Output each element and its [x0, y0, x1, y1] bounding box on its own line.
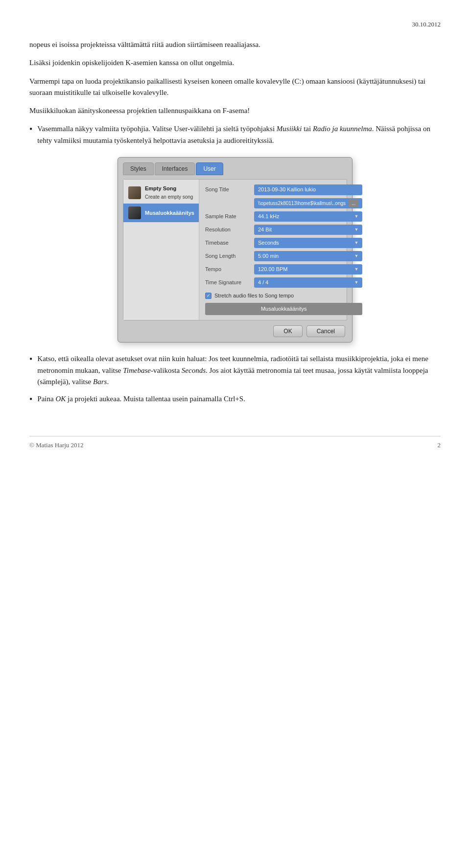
label-samplerate: Sample Rate [205, 212, 254, 221]
value-tempo[interactable]: 120.00 BPM ▼ [254, 264, 362, 274]
label-resolution: Resolution [205, 226, 254, 234]
checkbox-label-stretch: Stretch audio files to Song tempo [214, 292, 294, 300]
bullet-dot-3: • [29, 393, 32, 407]
chevron-resolution: ▼ [354, 227, 358, 233]
template-empty-song[interactable]: Empty Song Create an empty song [123, 182, 199, 204]
field-row-resolution: Resolution 24 Bit ▼ [205, 225, 362, 235]
template-musaluokka[interactable]: Musaluokkaäänitys [123, 204, 199, 222]
ok-button[interactable]: OK [273, 325, 302, 337]
template-title-musaluokka: Musaluokkaäänitys [145, 209, 194, 217]
field-row-samplerate: Sample Rate 44.1 kHz ▼ [205, 211, 362, 222]
value-timesig[interactable]: 4 / 4 ▼ [254, 277, 362, 288]
chevron-timebase: ▼ [354, 240, 358, 247]
bullet-dot-1: • [29, 123, 32, 137]
footer-copyright: © Matias Harju 2012 [29, 440, 84, 450]
chevron-timesig: ▼ [354, 279, 358, 286]
bullet-text-3: Paina OK ja projekti aukeaa. Muista tall… [37, 393, 441, 405]
label-songlength: Song Length [205, 252, 254, 260]
template-bottom-name: Musaluokkaäänitys [205, 303, 362, 315]
footer: © Matias Harju 2012 2 [29, 436, 441, 450]
checkbox-stretch[interactable]: ✓ [205, 293, 212, 299]
field-row-timebase: Timebase Seconds ▼ [205, 238, 362, 248]
samplerate-text: 44.1 kHz [258, 212, 279, 221]
bullet-item-3: • Paina OK ja projekti aukeaa. Muista ta… [29, 393, 441, 407]
bullet-text-1: Vasemmalla näkyy valmiita työpohjia. Val… [37, 123, 441, 146]
label-timesig: Time Signature [205, 278, 254, 287]
field-row-songlength: Song Length 5:00 min ▼ [205, 251, 362, 261]
timebase-text: Seconds [258, 239, 279, 247]
dialog-inner: Empty Song Create an empty song Musaluok… [123, 179, 347, 320]
footer-page: 2 [438, 440, 441, 450]
cancel-button[interactable]: Cancel [306, 325, 345, 337]
bullet-item-2: • Katso, että oikealla olevat asetukset … [29, 353, 441, 388]
value-resolution[interactable]: 24 Bit ▼ [254, 225, 362, 235]
songtitle-text: 2013-09-30 Kallion lukio [258, 185, 316, 194]
label-songtitle: Song Title [205, 185, 254, 194]
dialog-box: Styles Interfaces User Empty Song Create… [118, 157, 352, 343]
paragraph-1: nopeus ei isoissa projekteissa välttämät… [29, 39, 441, 50]
chevron-songlength: ▼ [354, 253, 358, 260]
tabs-row: Styles Interfaces User [123, 162, 347, 176]
paragraph-4: Musiikkiluokan äänityskoneessa projektie… [29, 105, 441, 116]
template-text-empty: Empty Song Create an empty song [145, 184, 193, 201]
field-row-tempo: Tempo 120.00 BPM ▼ [205, 264, 362, 274]
value-samplerate[interactable]: 44.1 kHz ▼ [254, 211, 362, 222]
date-text: 30.10.2012 [412, 21, 441, 28]
chevron-tempo: ▼ [354, 266, 358, 273]
timesig-text: 4 / 4 [258, 278, 268, 287]
template-icon-musaluokka [128, 206, 141, 219]
browse-button[interactable]: ... [349, 199, 358, 208]
bullet-text-2: Katso, että oikealla olevat asetukset ov… [37, 353, 441, 388]
checkbox-row-stretch: ✓ Stretch audio files to Song tempo [205, 292, 362, 300]
value-songtitle[interactable]: 2013-09-30 Kallion lukio [254, 184, 362, 195]
bullet-dot-2: • [29, 353, 32, 366]
value-timebase[interactable]: Seconds ▼ [254, 238, 362, 248]
right-panel: Song Title 2013-09-30 Kallion lukio \\op… [199, 180, 368, 320]
tab-user[interactable]: User [196, 162, 223, 176]
template-icon-empty [128, 186, 141, 199]
left-panel: Empty Song Create an empty song Musaluok… [123, 180, 199, 320]
tab-styles[interactable]: Styles [123, 162, 154, 176]
songlength-text: 5:00 min [258, 252, 279, 260]
value-path[interactable]: \\opetuss2k80113\home$\kallmus\..ongs ..… [254, 198, 362, 209]
field-row-timesig: Time Signature 4 / 4 ▼ [205, 277, 362, 288]
resolution-text: 24 Bit [258, 226, 272, 234]
screenshot-container: Styles Interfaces User Empty Song Create… [29, 157, 441, 343]
template-subtitle-empty: Create an empty song [145, 193, 193, 201]
dialog-buttons: OK Cancel [123, 325, 347, 337]
value-songlength[interactable]: 5:00 min ▼ [254, 251, 362, 261]
field-row-path: \\opetuss2k80113\home$\kallmus\..ongs ..… [205, 198, 362, 209]
label-timebase: Timebase [205, 239, 254, 247]
tempo-text: 120.00 BPM [258, 265, 288, 274]
path-text: \\opetuss2k80113\home$\kallmus\..ongs [258, 200, 346, 207]
label-tempo: Tempo [205, 265, 254, 274]
date-header: 30.10.2012 [29, 20, 441, 29]
template-text-musaluokka: Musaluokkaäänitys [145, 209, 194, 217]
paragraph-3: Varmempi tapa on luoda projektikansio pa… [29, 76, 441, 99]
field-row-songtitle: Song Title 2013-09-30 Kallion lukio [205, 184, 362, 195]
bullet-item-1: • Vasemmalla näkyy valmiita työpohjia. V… [29, 123, 441, 146]
chevron-samplerate: ▼ [354, 213, 358, 220]
paragraph-2: Lisäksi joidenkin opiskelijoiden K-asemi… [29, 57, 441, 69]
template-title-empty: Empty Song [145, 184, 193, 193]
tab-interfaces[interactable]: Interfaces [155, 162, 195, 176]
